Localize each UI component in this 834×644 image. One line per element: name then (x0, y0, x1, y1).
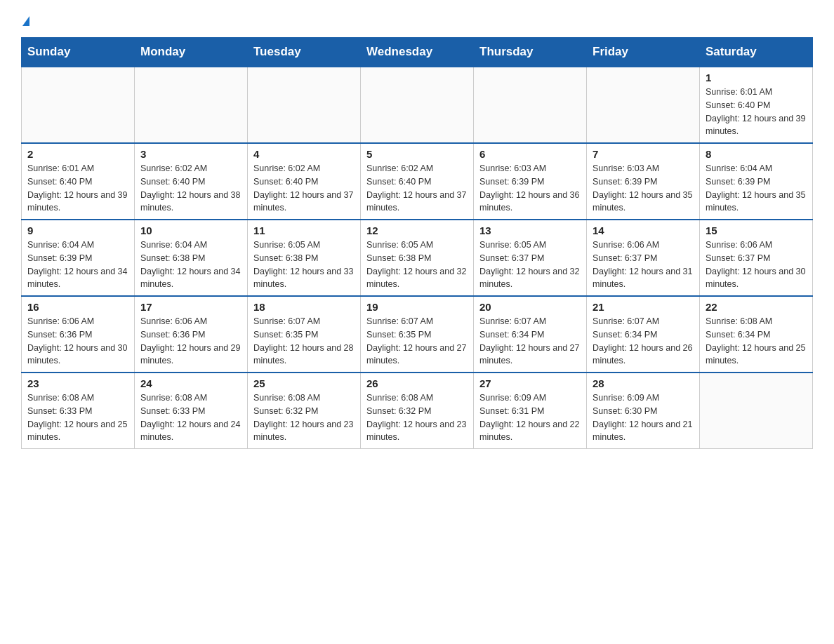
day-number: 1 (706, 72, 807, 83)
calendar-cell: 9Sunrise: 6:04 AM Sunset: 6:39 PM Daylig… (22, 220, 135, 296)
calendar-row-3: 9Sunrise: 6:04 AM Sunset: 6:39 PM Daylig… (22, 220, 813, 296)
calendar-cell: 15Sunrise: 6:06 AM Sunset: 6:37 PM Dayli… (700, 220, 813, 296)
day-info: Sunrise: 6:01 AM Sunset: 6:40 PM Dayligh… (706, 86, 807, 138)
day-number: 18 (253, 301, 355, 313)
header-saturday: Saturday (700, 38, 813, 67)
day-info: Sunrise: 6:06 AM Sunset: 6:36 PM Dayligh… (27, 315, 128, 368)
calendar-cell: 12Sunrise: 6:05 AM Sunset: 6:38 PM Dayli… (361, 220, 474, 296)
day-info: Sunrise: 6:07 AM Sunset: 6:34 PM Dayligh… (593, 315, 694, 368)
header-thursday: Thursday (474, 38, 587, 67)
day-info: Sunrise: 6:07 AM Sunset: 6:35 PM Dayligh… (366, 315, 468, 368)
day-info: Sunrise: 6:05 AM Sunset: 6:38 PM Dayligh… (253, 239, 355, 291)
day-info: Sunrise: 6:03 AM Sunset: 6:39 PM Dayligh… (593, 162, 694, 215)
calendar-cell: 25Sunrise: 6:08 AM Sunset: 6:32 PM Dayli… (248, 373, 361, 449)
calendar-row-5: 23Sunrise: 6:08 AM Sunset: 6:33 PM Dayli… (22, 373, 813, 449)
calendar-cell: 8Sunrise: 6:04 AM Sunset: 6:39 PM Daylig… (700, 143, 813, 220)
day-number: 16 (27, 301, 128, 313)
logo-triangle-icon (22, 16, 29, 26)
day-info: Sunrise: 6:02 AM Sunset: 6:40 PM Dayligh… (140, 162, 241, 215)
day-number: 15 (706, 224, 807, 236)
day-number: 4 (253, 148, 355, 160)
day-number: 3 (140, 148, 241, 160)
day-number: 13 (479, 224, 581, 236)
day-info: Sunrise: 6:05 AM Sunset: 6:38 PM Dayligh… (366, 239, 468, 291)
calendar-row-4: 16Sunrise: 6:06 AM Sunset: 6:36 PM Dayli… (22, 296, 813, 373)
day-number: 7 (593, 148, 694, 160)
header-monday: Monday (135, 38, 248, 67)
day-number: 14 (593, 224, 694, 236)
day-info: Sunrise: 6:07 AM Sunset: 6:35 PM Dayligh… (253, 315, 355, 368)
calendar-row-2: 2Sunrise: 6:01 AM Sunset: 6:40 PM Daylig… (22, 143, 813, 220)
day-number: 27 (479, 377, 581, 389)
day-number: 28 (593, 377, 694, 389)
calendar-table: SundayMondayTuesdayWednesdayThursdayFrid… (21, 37, 813, 449)
day-info: Sunrise: 6:06 AM Sunset: 6:36 PM Dayligh… (140, 315, 241, 368)
day-number: 6 (479, 148, 581, 160)
day-info: Sunrise: 6:03 AM Sunset: 6:39 PM Dayligh… (479, 162, 581, 215)
calendar-cell: 24Sunrise: 6:08 AM Sunset: 6:33 PM Dayli… (135, 373, 248, 449)
day-info: Sunrise: 6:08 AM Sunset: 6:33 PM Dayligh… (27, 391, 128, 444)
day-info: Sunrise: 6:05 AM Sunset: 6:37 PM Dayligh… (479, 239, 581, 291)
header-sunday: Sunday (22, 38, 135, 67)
day-number: 21 (593, 301, 694, 313)
day-info: Sunrise: 6:06 AM Sunset: 6:37 PM Dayligh… (706, 239, 807, 291)
day-info: Sunrise: 6:04 AM Sunset: 6:39 PM Dayligh… (706, 162, 807, 215)
day-info: Sunrise: 6:08 AM Sunset: 6:32 PM Dayligh… (253, 391, 355, 444)
calendar-cell: 13Sunrise: 6:05 AM Sunset: 6:37 PM Dayli… (474, 220, 587, 296)
day-info: Sunrise: 6:08 AM Sunset: 6:32 PM Dayligh… (366, 391, 468, 444)
calendar-cell (700, 373, 813, 449)
calendar-cell: 20Sunrise: 6:07 AM Sunset: 6:34 PM Dayli… (474, 296, 587, 373)
calendar-cell: 23Sunrise: 6:08 AM Sunset: 6:33 PM Dayli… (22, 373, 135, 449)
calendar-cell: 1Sunrise: 6:01 AM Sunset: 6:40 PM Daylig… (700, 67, 813, 143)
header-friday: Friday (587, 38, 700, 67)
day-number: 22 (706, 301, 807, 313)
header-wednesday: Wednesday (361, 38, 474, 67)
day-number: 2 (27, 148, 128, 160)
calendar-cell: 16Sunrise: 6:06 AM Sunset: 6:36 PM Dayli… (22, 296, 135, 373)
calendar-row-1: 1Sunrise: 6:01 AM Sunset: 6:40 PM Daylig… (22, 67, 813, 143)
calendar-body: 1Sunrise: 6:01 AM Sunset: 6:40 PM Daylig… (22, 67, 813, 449)
day-number: 5 (366, 148, 468, 160)
header-row: SundayMondayTuesdayWednesdayThursdayFrid… (22, 38, 813, 67)
calendar-cell: 14Sunrise: 6:06 AM Sunset: 6:37 PM Dayli… (587, 220, 700, 296)
day-number: 24 (140, 377, 241, 389)
day-number: 19 (366, 301, 468, 313)
day-info: Sunrise: 6:06 AM Sunset: 6:37 PM Dayligh… (593, 239, 694, 291)
calendar-cell: 21Sunrise: 6:07 AM Sunset: 6:34 PM Dayli… (587, 296, 700, 373)
day-info: Sunrise: 6:08 AM Sunset: 6:34 PM Dayligh… (706, 315, 807, 368)
day-number: 26 (366, 377, 468, 389)
day-info: Sunrise: 6:09 AM Sunset: 6:31 PM Dayligh… (479, 391, 581, 444)
calendar-cell: 6Sunrise: 6:03 AM Sunset: 6:39 PM Daylig… (474, 143, 587, 220)
calendar-cell: 7Sunrise: 6:03 AM Sunset: 6:39 PM Daylig… (587, 143, 700, 220)
day-number: 23 (27, 377, 128, 389)
day-number: 12 (366, 224, 468, 236)
calendar-cell: 11Sunrise: 6:05 AM Sunset: 6:38 PM Dayli… (248, 220, 361, 296)
day-info: Sunrise: 6:01 AM Sunset: 6:40 PM Dayligh… (27, 162, 128, 215)
calendar-cell: 3Sunrise: 6:02 AM Sunset: 6:40 PM Daylig… (135, 143, 248, 220)
day-info: Sunrise: 6:02 AM Sunset: 6:40 PM Dayligh… (253, 162, 355, 215)
calendar-cell: 10Sunrise: 6:04 AM Sunset: 6:38 PM Dayli… (135, 220, 248, 296)
calendar-cell (248, 67, 361, 143)
calendar-cell: 19Sunrise: 6:07 AM Sunset: 6:35 PM Dayli… (361, 296, 474, 373)
day-number: 17 (140, 301, 241, 313)
day-number: 10 (140, 224, 241, 236)
day-info: Sunrise: 6:02 AM Sunset: 6:40 PM Dayligh… (366, 162, 468, 215)
calendar-cell (135, 67, 248, 143)
calendar-cell: 5Sunrise: 6:02 AM Sunset: 6:40 PM Daylig… (361, 143, 474, 220)
day-info: Sunrise: 6:07 AM Sunset: 6:34 PM Dayligh… (479, 315, 581, 368)
page-header (21, 14, 813, 27)
calendar-cell: 26Sunrise: 6:08 AM Sunset: 6:32 PM Dayli… (361, 373, 474, 449)
day-info: Sunrise: 6:04 AM Sunset: 6:39 PM Dayligh… (27, 239, 128, 291)
calendar-cell: 18Sunrise: 6:07 AM Sunset: 6:35 PM Dayli… (248, 296, 361, 373)
calendar-cell (474, 67, 587, 143)
day-number: 20 (479, 301, 581, 313)
header-tuesday: Tuesday (248, 38, 361, 67)
day-number: 25 (253, 377, 355, 389)
day-info: Sunrise: 6:08 AM Sunset: 6:33 PM Dayligh… (140, 391, 241, 444)
calendar-cell (22, 67, 135, 143)
calendar-cell (587, 67, 700, 143)
calendar-cell: 2Sunrise: 6:01 AM Sunset: 6:40 PM Daylig… (22, 143, 135, 220)
logo (21, 14, 29, 27)
calendar-header: SundayMondayTuesdayWednesdayThursdayFrid… (22, 38, 813, 67)
calendar-cell: 4Sunrise: 6:02 AM Sunset: 6:40 PM Daylig… (248, 143, 361, 220)
